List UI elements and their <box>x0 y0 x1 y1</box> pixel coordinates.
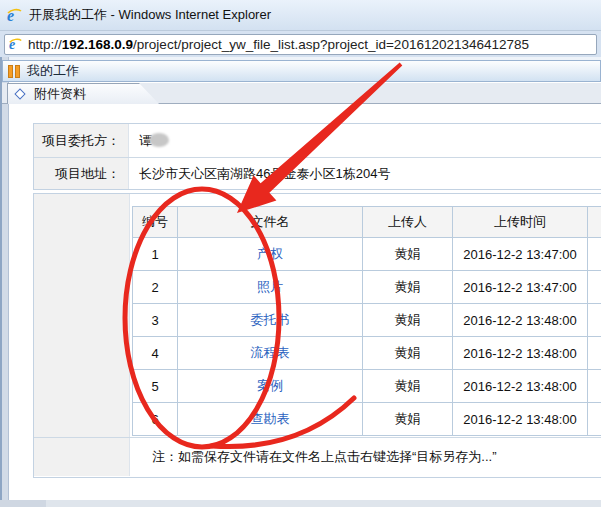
header-extra <box>588 207 601 238</box>
redaction-blob <box>149 133 169 147</box>
cell-uploader: 黄娟 <box>363 403 453 436</box>
table-row: 3 委托书 黄娟 2016-12-2 13:48:00 <box>133 304 601 337</box>
cell-filename: 案例 <box>178 370 363 403</box>
cell-extra <box>588 238 601 271</box>
window-title: 开展我的工作 - Windows Internet Explorer <box>29 6 271 24</box>
window-bottom-edge <box>0 500 601 507</box>
cell-uploader: 黄娟 <box>363 304 453 337</box>
form-row-client: 项目委托方： 谭 <box>34 124 601 157</box>
cell-filename: 产权 <box>178 238 363 271</box>
orange-bars-icon <box>8 65 20 78</box>
note-row: 注：如需保存文件请在文件名上点击右键选择“目标另存为...” <box>34 437 601 476</box>
cell-filename: 委托书 <box>178 304 363 337</box>
cell-extra <box>588 403 601 436</box>
files-table-header: 编号 文件名 上传人 上传时间 <box>133 207 601 238</box>
internet-explorer-icon: e <box>8 37 23 52</box>
header-no: 编号 <box>133 207 178 238</box>
cell-uploader: 黄娟 <box>363 370 453 403</box>
file-link[interactable]: 委托书 <box>251 312 290 327</box>
tab-strip: 附件资料 <box>2 83 601 104</box>
attachments-box: 编号 文件名 上传人 上传时间 1 产权 黄娟 2016-12-2 13:47:… <box>33 193 601 478</box>
section-header-bar: 我的工作 <box>2 60 601 82</box>
table-row: 5 案例 黄娟 2016-12-2 13:48:00 <box>133 370 601 403</box>
window-left-edge <box>2 57 9 507</box>
table-row: 2 照片 黄娟 2016-12-2 13:47:00 <box>133 271 601 304</box>
cell-no: 4 <box>133 337 178 370</box>
cell-no: 2 <box>133 271 178 304</box>
attachments-side-label <box>34 194 130 437</box>
cell-extra <box>588 271 601 304</box>
cell-filename: 流程表 <box>178 337 363 370</box>
cell-no: 3 <box>133 304 178 337</box>
file-link[interactable]: 产权 <box>257 246 283 261</box>
table-row: 1 产权 黄娟 2016-12-2 13:47:00 <box>133 238 601 271</box>
cell-filename: 查勘表 <box>178 403 363 436</box>
internet-explorer-icon: e <box>6 7 23 24</box>
header-uploader: 上传人 <box>363 207 453 238</box>
cell-time: 2016-12-2 13:48:00 <box>453 337 588 370</box>
cell-time: 2016-12-2 13:48:00 <box>453 304 588 337</box>
browser-window: { "window": { "title": "开展我的工作 - Windows… <box>0 0 601 507</box>
cell-extra <box>588 304 601 337</box>
tab-label: 附件资料 <box>34 85 86 103</box>
cell-uploader: 黄娟 <box>363 337 453 370</box>
window-bottom-corner <box>0 500 46 507</box>
address-value: 长沙市天心区南湖路46号金泰小区1栋204号 <box>129 158 601 189</box>
project-info-box: 项目委托方： 谭 项目地址： 长沙市天心区南湖路46号金泰小区1栋204号 <box>33 123 601 190</box>
attachments-table-row: 编号 文件名 上传人 上传时间 1 产权 黄娟 2016-12-2 13:47:… <box>34 194 601 437</box>
cell-no: 1 <box>133 238 178 271</box>
diamond-icon <box>14 88 25 99</box>
url-text: http://192.168.0.9/project/project_yw_fi… <box>28 37 529 52</box>
url-domain: 192.168.0.9 <box>62 37 133 52</box>
header-time: 上传时间 <box>453 207 588 238</box>
section-title: 我的工作 <box>27 62 79 80</box>
title-bar: e 开展我的工作 - Windows Internet Explorer <box>0 0 601 31</box>
file-link[interactable]: 照片 <box>257 279 283 294</box>
file-link[interactable]: 查勘表 <box>251 411 290 426</box>
client-value: 谭 <box>129 124 601 157</box>
cell-uploader: 黄娟 <box>363 271 453 304</box>
cell-no: 6 <box>133 403 178 436</box>
cell-no: 5 <box>133 370 178 403</box>
files-table: 编号 文件名 上传人 上传时间 1 产权 黄娟 2016-12-2 13:47:… <box>132 206 601 436</box>
cell-time: 2016-12-2 13:48:00 <box>453 403 588 436</box>
note-text: 注：如需保存文件请在文件名上点击右键选择“目标另存为...” <box>130 438 601 476</box>
table-row: 4 流程表 黄娟 2016-12-2 13:48:00 <box>133 337 601 370</box>
address-bar-row: e http://192.168.0.9/project/project_yw_… <box>0 31 601 58</box>
cell-time: 2016-12-2 13:47:00 <box>453 238 588 271</box>
cell-time: 2016-12-2 13:47:00 <box>453 271 588 304</box>
table-row: 6 查勘表 黄娟 2016-12-2 13:48:00 <box>133 403 601 436</box>
address-input[interactable]: e http://192.168.0.9/project/project_yw_… <box>4 34 597 55</box>
address-label: 项目地址： <box>34 158 129 189</box>
cell-extra <box>588 337 601 370</box>
cell-filename: 照片 <box>178 271 363 304</box>
cell-extra <box>588 370 601 403</box>
tab-attachments[interactable]: 附件资料 <box>7 83 161 104</box>
file-link[interactable]: 流程表 <box>251 345 290 360</box>
cell-time: 2016-12-2 13:48:00 <box>453 370 588 403</box>
form-row-address: 项目地址： 长沙市天心区南湖路46号金泰小区1栋204号 <box>34 157 601 189</box>
note-side-label <box>34 438 130 476</box>
cell-uploader: 黄娟 <box>363 238 453 271</box>
header-filename: 文件名 <box>178 207 363 238</box>
file-link[interactable]: 案例 <box>257 378 283 393</box>
client-label: 项目委托方： <box>34 124 129 157</box>
